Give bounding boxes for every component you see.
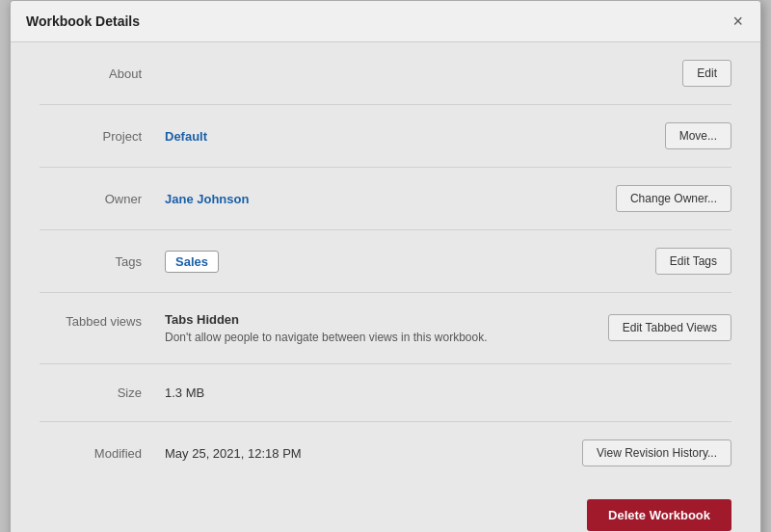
about-label: About — [40, 66, 165, 81]
size-value: 1.3 MB — [165, 386, 204, 400]
modified-row: Modified May 25, 2021, 12:18 PM View Rev… — [40, 422, 731, 484]
modified-action: View Revision History... — [582, 439, 731, 466]
tabbed-views-row: Tabbed views Tabs Hidden Don't allow peo… — [40, 293, 731, 364]
tabbed-views-content: Tabs Hidden Don't allow people to naviga… — [165, 312, 608, 344]
tabbed-views-action: Edit Tabbed Views — [608, 312, 731, 341]
tabbed-views-description: Don't allow people to navigate between v… — [165, 331, 608, 344]
size-content: 1.3 MB — [165, 386, 731, 400]
size-row: Size 1.3 MB — [40, 364, 731, 422]
title-bar: Workbook Details × — [11, 1, 760, 42]
project-label: Project — [40, 129, 165, 144]
owner-value[interactable]: Jane Johnson — [165, 192, 249, 206]
owner-row: Owner Jane Johnson Change Owner... — [40, 168, 731, 230]
tags-content: Sales — [165, 251, 655, 273]
tag-sales[interactable]: Sales — [165, 251, 219, 273]
modified-content: May 25, 2021, 12:18 PM — [165, 446, 582, 461]
close-button[interactable]: × — [729, 11, 747, 32]
about-action: Edit — [682, 60, 731, 87]
owner-label: Owner — [40, 192, 165, 206]
edit-tabbed-views-button[interactable]: Edit Tabbed Views — [608, 314, 731, 341]
edit-tags-button[interactable]: Edit Tags — [655, 248, 731, 275]
dialog-footer: Delete Workbook — [11, 484, 760, 532]
delete-workbook-button[interactable]: Delete Workbook — [587, 499, 731, 531]
project-row: Project Default Move... — [40, 105, 731, 168]
owner-action: Change Owner... — [616, 185, 731, 212]
project-value[interactable]: Default — [165, 129, 207, 144]
tags-action: Edit Tags — [655, 248, 731, 275]
workbook-details-dialog: Workbook Details × About Edit Project De… — [10, 0, 761, 532]
dialog-title: Workbook Details — [26, 13, 140, 29]
project-action: Move... — [665, 122, 731, 149]
change-owner-button[interactable]: Change Owner... — [616, 185, 731, 212]
about-row: About Edit — [40, 42, 731, 105]
edit-about-button[interactable]: Edit — [682, 60, 731, 87]
modified-value: May 25, 2021, 12:18 PM — [165, 446, 302, 461]
view-revision-history-button[interactable]: View Revision History... — [582, 439, 731, 466]
tabbed-views-title: Tabs Hidden — [165, 312, 608, 327]
project-content: Default — [165, 129, 665, 144]
modified-label: Modified — [40, 446, 165, 461]
size-label: Size — [40, 386, 165, 400]
tabbed-views-label: Tabbed views — [40, 312, 165, 329]
owner-content: Jane Johnson — [165, 192, 616, 206]
move-button[interactable]: Move... — [665, 122, 731, 149]
tags-label: Tags — [40, 254, 165, 269]
tags-row: Tags Sales Edit Tags — [40, 230, 731, 293]
dialog-body: About Edit Project Default Move... Owner… — [11, 42, 760, 484]
